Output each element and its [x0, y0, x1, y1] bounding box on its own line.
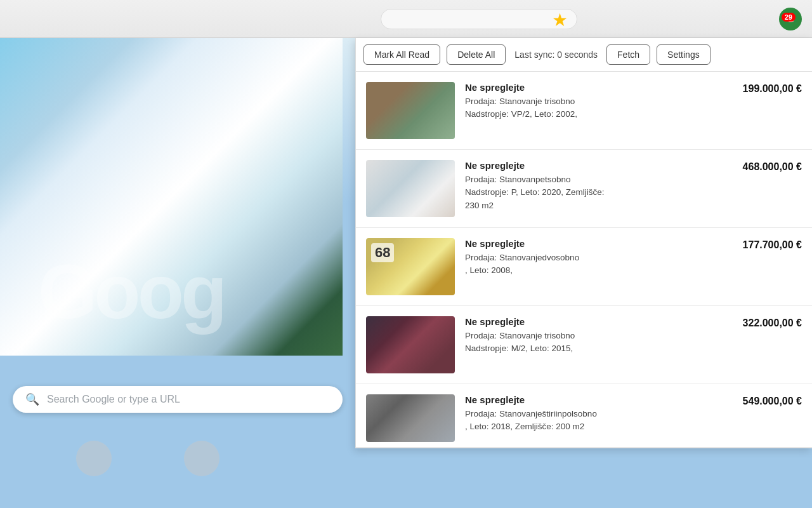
feed-item-content: Ne spreglejte Prodaja: StanovanpetsobnoN…	[465, 160, 733, 212]
search-icon: 🔍	[25, 392, 39, 406]
feed-item-thumbnail	[366, 394, 455, 442]
mark-all-read-button[interactable]: Mark All Read	[363, 44, 440, 65]
sync-status-text: Last sync: 0 seconds	[514, 50, 598, 60]
feed-item-content: Ne spreglejte Prodaja: Stanovanje trisob…	[465, 82, 733, 121]
feed-item-content: Ne spreglejte Prodaja: Stanovanjedvosobn…	[465, 238, 733, 277]
bookmark-star-icon[interactable]: ★	[552, 10, 568, 30]
feed-item-price: 199.000,00 €	[743, 82, 802, 95]
settings-button[interactable]: Settings	[657, 44, 710, 65]
toolbar: Mark All Read Delete All Last sync: 0 se…	[356, 38, 812, 72]
feed-item-title: Ne spreglejte	[465, 160, 733, 171]
feed-item-price: 177.700,00 €	[743, 238, 802, 251]
feed-dropdown-panel: Mark All Read Delete All Last sync: 0 se…	[355, 38, 812, 448]
feed-item-title: Ne spreglejte	[465, 238, 733, 249]
notification-badge: 29	[782, 13, 796, 22]
feed-item[interactable]: Ne spreglejte Prodaja: Stanovanještiriin…	[356, 384, 812, 448]
feed-item[interactable]: Ne spreglejte Prodaja: StanovanpetsobnoN…	[356, 150, 812, 228]
feed-item[interactable]: Ne spreglejte Prodaja: Stanovanje trisob…	[356, 306, 812, 384]
feed-item-description: Prodaja: Stanovanje trisobnoNadstropje: …	[465, 330, 733, 356]
shortcut-circle-1[interactable]	[76, 441, 112, 476]
search-placeholder-text: Search Google or type a URL	[47, 394, 180, 405]
address-bar[interactable]	[381, 9, 577, 29]
browser-chrome: ★ G 29	[0, 0, 812, 38]
feed-item[interactable]: 68 Ne spreglejte Prodaja: Stanovanjedvos…	[356, 228, 812, 306]
feed-item-title: Ne spreglejte	[465, 82, 733, 93]
profile-avatar[interactable]: G 29	[779, 8, 802, 30]
feed-item-thumbnail	[366, 82, 455, 139]
feed-item-content: Ne spreglejte Prodaja: Stanovanje trisob…	[465, 316, 733, 356]
feed-item-title: Ne spreglejte	[465, 316, 733, 327]
search-bar[interactable]: 🔍 Search Google or type a URL	[13, 386, 343, 413]
feed-item-price: 549.000,00 €	[743, 394, 802, 407]
shortcut-circle-2[interactable]	[184, 441, 219, 476]
feed-item-description: Prodaja: Stanovanje trisobnoNadstropje: …	[465, 95, 733, 121]
feed-item-content: Ne spreglejte Prodaja: Stanovanještiriin…	[465, 394, 733, 434]
feed-item-description: Prodaja: StanovanpetsobnoNadstropje: P, …	[465, 173, 733, 212]
fetch-button[interactable]: Fetch	[606, 44, 650, 65]
feed-item-description: Prodaja: Stanovanjedvosobno, Leto: 2008,	[465, 251, 733, 277]
feed-list: Ne spreglejte Prodaja: Stanovanje trisob…	[356, 72, 812, 448]
feed-item-title: Ne spreglejte	[465, 394, 733, 405]
feed-item-thumbnail	[366, 316, 455, 373]
feed-item-description: Prodaja: Stanovanještiriinpolsobno, Leto…	[465, 408, 733, 434]
feed-item-price: 322.000,00 €	[743, 316, 802, 329]
feed-item-thumbnail: 68	[366, 238, 455, 295]
google-logo: Goog	[38, 248, 224, 335]
delete-all-button[interactable]: Delete All	[447, 44, 506, 65]
feed-item[interactable]: Ne spreglejte Prodaja: Stanovanje trisob…	[356, 72, 812, 150]
feed-item-price: 468.000,00 €	[743, 160, 802, 173]
feed-item-thumbnail	[366, 160, 455, 217]
